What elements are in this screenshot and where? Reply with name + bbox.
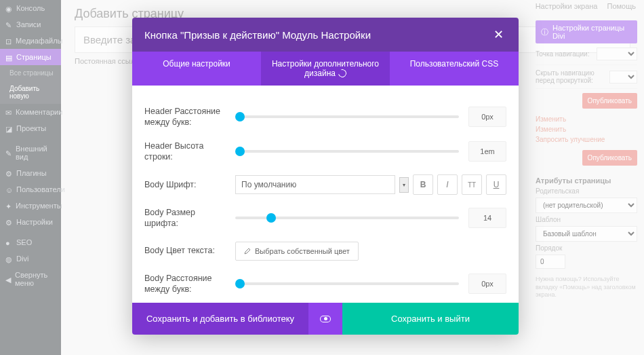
setting-label: Header Высота строки: (144, 141, 226, 163)
eye-icon (320, 316, 331, 322)
slider-track[interactable] (235, 217, 459, 219)
font-select[interactable]: По умолчанию (235, 175, 395, 194)
tab-advanced-design[interactable]: Настройки дополнительного дизайна (261, 52, 390, 86)
slider-thumb[interactable] (235, 279, 245, 288)
save-to-library-button[interactable]: Сохранить и добавить в библиотеку (132, 303, 308, 335)
uppercase-button[interactable]: TT (462, 174, 482, 195)
italic-button[interactable]: I (437, 174, 458, 195)
reset-icon[interactable] (337, 68, 348, 79)
slider-thumb[interactable] (235, 147, 245, 156)
slider-value-input[interactable] (468, 208, 506, 228)
preview-button[interactable] (308, 303, 342, 335)
save-and-exit-button[interactable]: Сохранить и выйти (342, 303, 519, 335)
modal-tabs: Общие настройки Настройки дополнительног… (132, 52, 519, 86)
setting-header-letter-spacing: Header Расстояние между букв: (144, 106, 506, 128)
setting-label: Header Расстояние между букв: (144, 106, 226, 128)
modal-footer: Сохранить и добавить в библиотеку Сохран… (132, 303, 519, 335)
bold-button[interactable]: B (413, 174, 433, 195)
tab-custom-css[interactable]: Пользовательский CSS (390, 52, 519, 86)
setting-label: Body Расстояние между букв: (144, 273, 226, 295)
setting-label: Body Размер шрифта: (144, 207, 226, 229)
setting-body-font-size: Body Размер шрифта: (144, 207, 506, 229)
slider-track[interactable] (235, 115, 459, 118)
modal-title: Кнопка "Призыв к действию" Модуль Настро… (144, 29, 371, 41)
slider-thumb[interactable] (266, 213, 276, 223)
setting-body-letter-spacing: Body Расстояние между букв: (144, 273, 506, 295)
slider-value-input[interactable] (468, 274, 506, 294)
setting-label: Body Шрифт: (144, 179, 226, 190)
setting-body-font: Body Шрифт: По умолчанию ▾ B I TT U (144, 174, 506, 195)
setting-label: Body Цвет текста: (144, 245, 226, 256)
modal-body: Header Расстояние между букв: Header Выс… (132, 86, 519, 303)
color-picker-button[interactable]: Выбрать собственный цвет (235, 242, 359, 261)
slider-value-input[interactable] (468, 141, 506, 162)
slider-track[interactable] (235, 150, 459, 153)
close-icon[interactable]: ✕ (491, 27, 506, 42)
slider-track[interactable] (235, 282, 459, 285)
setting-header-line-height: Header Высота строки: (144, 141, 506, 163)
modal-header: Кнопка "Призыв к действию" Модуль Настро… (132, 18, 519, 52)
chevron-down-icon[interactable]: ▾ (399, 177, 409, 193)
slider-thumb[interactable] (235, 112, 245, 122)
pencil-icon (244, 248, 251, 255)
setting-body-text-color: Body Цвет текста: Выбрать собственный цв… (144, 242, 506, 261)
module-settings-modal: Кнопка "Призыв к действию" Модуль Настро… (132, 18, 519, 335)
underline-button[interactable]: U (486, 174, 506, 195)
slider-value-input[interactable] (468, 107, 506, 127)
tab-general[interactable]: Общие настройки (132, 52, 261, 86)
